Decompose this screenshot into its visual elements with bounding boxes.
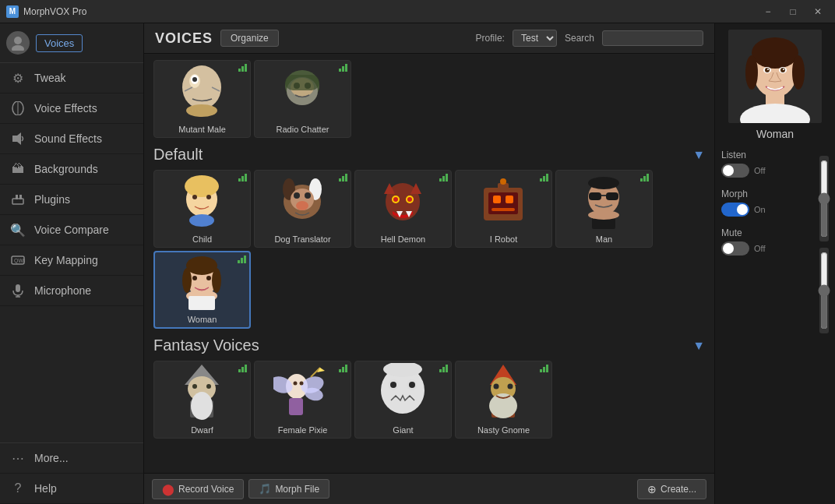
svg-point-101	[745, 55, 758, 90]
svg-rect-79	[289, 398, 303, 415]
sidebar-label-sound-effects: Sound Effects	[34, 132, 102, 145]
default-collapse-icon[interactable]: ▼	[692, 148, 705, 162]
record-icon: ⬤	[162, 483, 174, 495]
fantasy-section-title: Fantasy Voices	[153, 337, 259, 354]
voice-item-mutant-male[interactable]: Mutant Male	[153, 60, 251, 138]
morph-toggle[interactable]	[721, 203, 749, 217]
voice-item-dwarf[interactable]: Dwarf	[153, 361, 251, 439]
voice-item-child[interactable]: Child	[153, 170, 251, 248]
voice-item-nasty-gnome[interactable]: Nasty Gnome	[455, 361, 552, 439]
organize-button[interactable]: Organize	[220, 30, 279, 47]
mute-toggle[interactable]	[721, 241, 749, 256]
slider-1-track	[819, 156, 829, 241]
svg-rect-6	[16, 195, 18, 199]
voice-img-man	[556, 171, 652, 231]
voice-item-radio-chatter[interactable]: Radio Chatter	[254, 60, 351, 138]
volume-slider[interactable]	[819, 252, 829, 330]
sidebar-item-voice-compare[interactable]: 🔍 Voice Compare	[0, 215, 143, 245]
fantasy-collapse-icon[interactable]: ▼	[692, 339, 705, 353]
voice-name-i-robot: I Robot	[456, 234, 551, 244]
bottom-bar: ⬤ Record Voice 🎵 Morph File ⊕ Create...	[144, 473, 714, 504]
app-icon: M	[6, 5, 19, 18]
create-button[interactable]: ⊕ Create...	[637, 479, 706, 499]
sidebar-item-plugins[interactable]: Plugins	[0, 185, 143, 215]
pitch-slider[interactable]	[819, 160, 829, 238]
sidebar-item-tweak[interactable]: ⚙ Tweak	[0, 63, 143, 93]
default-voice-grid: Child	[153, 170, 705, 329]
voice-img-radio-chatter	[255, 61, 351, 122]
svg-point-94	[494, 383, 499, 389]
listen-toggle[interactable]	[721, 164, 749, 178]
create-label: Create...	[661, 484, 696, 495]
sidebar-item-voice-effects[interactable]: Voice Effects	[0, 93, 143, 124]
sidebar-item-more[interactable]: ⋯ More...	[0, 443, 143, 474]
sound-effects-icon	[9, 130, 26, 147]
voice-img-hell-demon	[355, 171, 451, 231]
voice-effects-icon	[9, 100, 26, 117]
voice-item-i-robot[interactable]: I Robot	[455, 170, 552, 248]
morph-file-button[interactable]: 🎵 Morph File	[248, 479, 329, 499]
voice-item-female-pixie[interactable]: Female Pixie	[254, 361, 351, 439]
voice-item-dog-translator[interactable]: Dog Translator	[254, 170, 351, 248]
svg-point-67	[192, 276, 197, 280]
voice-item-man[interactable]: Man	[555, 170, 653, 248]
default-section-title: Default	[153, 146, 203, 164]
svg-point-1	[12, 45, 24, 51]
svg-point-65	[182, 268, 192, 293]
profile-select[interactable]: Test	[513, 30, 557, 47]
svg-point-64	[186, 256, 217, 275]
search-input[interactable]	[602, 30, 703, 46]
fantasy-voice-grid: Dwarf	[153, 361, 705, 439]
voice-item-woman[interactable]: Woman	[153, 251, 251, 329]
content-area: VOICES Organize Profile: Test Search	[144, 23, 714, 504]
voice-img-i-robot	[456, 171, 551, 231]
content-header: VOICES Organize Profile: Test Search	[144, 23, 714, 54]
voice-item-hell-demon[interactable]: Hell Demon	[354, 170, 452, 248]
svg-rect-10	[16, 284, 20, 292]
voices-button[interactable]: Voices	[36, 34, 83, 52]
sidebar-item-backgrounds[interactable]: 🏔 Backgrounds	[0, 154, 143, 185]
svg-rect-50	[506, 196, 513, 203]
listen-label: Listen	[721, 150, 815, 160]
sidebar-bottom: ⋯ More... ? Help	[0, 442, 143, 504]
morph-label: Morph	[721, 189, 815, 199]
svg-rect-7	[19, 195, 22, 199]
svg-point-100	[752, 37, 798, 69]
svg-point-19	[186, 104, 217, 117]
voice-grid-area[interactable]: Mutant Male	[144, 54, 714, 473]
sidebar-label-tweak: Tweak	[34, 72, 65, 84]
tweak-icon: ⚙	[9, 69, 26, 86]
svg-point-27	[185, 175, 219, 197]
listen-control: Listen Off	[721, 150, 815, 178]
mute-state: Off	[754, 244, 765, 253]
fantasy-section-header: Fantasy Voices ▼	[153, 337, 705, 354]
minimize-button[interactable]: −	[757, 4, 779, 19]
sidebar-item-microphone[interactable]: Microphone	[0, 276, 143, 306]
svg-point-28	[192, 195, 197, 199]
sidebar-top: Voices	[0, 23, 143, 63]
svg-point-16	[192, 77, 197, 82]
voice-img-giant	[355, 361, 451, 422]
microphone-icon	[9, 282, 26, 299]
sidebar-label-voice-effects: Voice Effects	[34, 102, 97, 115]
svg-point-83	[300, 381, 304, 385]
sidebar-item-sound-effects[interactable]: Sound Effects	[0, 124, 143, 154]
sidebar-item-key-mapping[interactable]: QWA Key Mapping	[0, 245, 143, 276]
voice-item-giant[interactable]: Giant	[354, 361, 452, 439]
avatar	[6, 31, 30, 55]
svg-rect-57	[589, 192, 601, 200]
svg-point-102	[792, 55, 805, 90]
svg-rect-5	[12, 199, 23, 204]
more-icon: ⋯	[9, 449, 26, 467]
svg-point-43	[393, 197, 398, 202]
morph-control: Morph On	[721, 189, 815, 217]
record-voice-button[interactable]: ⬤ Record Voice	[152, 479, 244, 499]
voice-name-woman: Woman	[155, 315, 249, 324]
profile-label: Profile:	[476, 33, 505, 44]
maximize-button[interactable]: □	[782, 4, 804, 19]
close-button[interactable]: ✕	[807, 4, 829, 19]
svg-point-36	[305, 192, 311, 199]
sidebar-item-help[interactable]: ? Help	[0, 474, 143, 504]
svg-point-30	[189, 214, 214, 227]
morph-file-icon: 🎵	[259, 483, 271, 495]
